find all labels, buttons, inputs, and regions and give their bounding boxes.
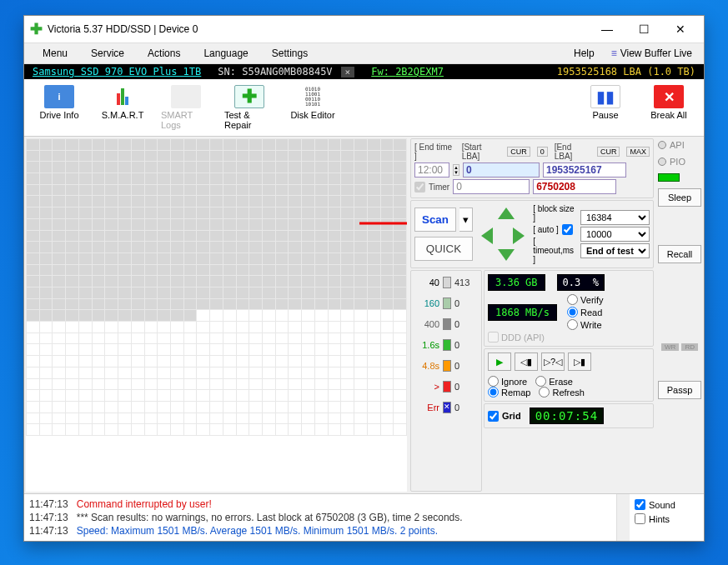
current-block-input[interactable] <box>453 179 530 194</box>
menu-settings[interactable]: Settings <box>260 45 319 62</box>
end-of-test-select[interactable]: End of test <box>580 243 650 258</box>
latency-over-icon <box>443 381 451 392</box>
nav-left[interactable] <box>481 228 493 244</box>
scan-button[interactable]: Scan <box>414 208 456 232</box>
elapsed-timer: 00:07:54 <box>530 408 604 424</box>
end-max-button[interactable]: MAX <box>626 147 650 157</box>
menu-service[interactable]: Service <box>79 45 136 62</box>
latency-160-icon <box>443 298 451 309</box>
latency-err-icon: ✕ <box>443 402 451 413</box>
minimize-button[interactable]: ― <box>589 19 625 39</box>
start-lba-label: [Start LBA] <box>462 142 501 161</box>
seek-button[interactable]: ▷?◁ <box>541 352 565 371</box>
log-scrollbar[interactable] <box>616 494 629 541</box>
end-lba-input[interactable] <box>543 162 626 178</box>
verify-radio[interactable]: Verify <box>567 294 604 305</box>
nav-down[interactable] <box>498 249 515 261</box>
timer-checkbox <box>414 182 425 192</box>
scanned-size: 3.36 GB <box>488 274 545 291</box>
scan-speed: 1868 MB/s <box>488 304 557 321</box>
tab-disk-editor[interactable]: 01010110010011010101 Disk Editor <box>281 82 344 132</box>
end-time-label: [ End time ] <box>414 142 455 161</box>
tab-smart-logs[interactable]: SMART Logs <box>154 82 218 132</box>
end-cur-button[interactable]: CUR <box>597 147 620 157</box>
pending-block-input[interactable] <box>533 179 616 194</box>
toolbar: i Drive Info S.M.A.R.T SMART Logs ✚ Test… <box>24 79 704 137</box>
log-line: 11:47:13Command interrupted by user! <box>29 498 611 511</box>
break-all-button[interactable]: ✕ Break All <box>637 82 700 132</box>
pause-icon: ▮▮ <box>590 85 620 108</box>
start-cur-button[interactable]: CUR <box>507 147 530 157</box>
info-icon: i <box>44 85 74 108</box>
menu-menu[interactable]: Menu <box>31 45 79 62</box>
auto-checkbox[interactable] <box>562 224 573 235</box>
tab-drive-info[interactable]: i Drive Info <box>28 82 91 132</box>
serial-number: SN: S59ANG0MB08845V <box>214 66 335 78</box>
view-buffer-live[interactable]: ≡ View Buffer Live <box>606 45 697 62</box>
pio-radio[interactable]: PIO <box>658 157 701 167</box>
close-button[interactable]: ✕ <box>662 19 699 39</box>
log-line: 11:47:13Speed: Maximum 1501 MB/s. Averag… <box>29 524 611 538</box>
window-title: Victoria 5.37 HDD/SSD | Device 0 <box>48 23 589 35</box>
log-line: 11:47:13*** Scan results: no warnings, n… <box>29 511 611 524</box>
start-lba-input[interactable] <box>463 162 540 178</box>
auto-label: [ auto ] <box>533 225 559 234</box>
side-strip: API PIO Sleep Recall WRRD Passp <box>655 137 704 493</box>
lines-icon: ≡ <box>611 48 617 59</box>
remap-radio[interactable]: Remap <box>488 387 530 398</box>
passp-button[interactable]: Passp <box>658 381 701 399</box>
control-panel: [ End time ] [Start LBA] CUR 0 [End LBA]… <box>409 137 655 493</box>
prev-button[interactable]: ◁▮ <box>515 352 538 371</box>
pause-button[interactable]: ▮▮ Pause <box>574 82 637 132</box>
sound-checkbox[interactable]: Sound <box>635 499 699 510</box>
menu-help[interactable]: Help <box>562 45 606 62</box>
ignore-radio[interactable]: Ignore <box>488 376 527 387</box>
stop-icon: ✕ <box>654 85 684 108</box>
log-panel: 11:47:13Command interrupted by user! 11:… <box>24 493 704 541</box>
logs-icon <box>171 85 201 108</box>
bars-icon <box>108 85 138 108</box>
firmware[interactable]: Fw: 2B2QEXM7 <box>371 66 444 78</box>
write-radio[interactable]: Write <box>567 319 604 330</box>
maximize-button[interactable]: ☐ <box>625 19 662 39</box>
scan-grid <box>26 138 407 492</box>
timeout-select[interactable]: 10000 <box>580 227 650 242</box>
nav-right[interactable] <box>513 228 525 244</box>
timeout-label: [ timeout,ms ] <box>533 237 577 264</box>
menu-actions[interactable]: Actions <box>136 45 192 62</box>
recall-button[interactable]: Recall <box>658 245 701 263</box>
device-name[interactable]: Samsung SSD 970 EVO Plus 1TB <box>28 66 206 78</box>
scan-dropdown[interactable]: ▾ <box>459 208 473 232</box>
wr-led: WR <box>661 343 679 351</box>
app-icon: ✚ <box>29 22 43 36</box>
timer-label: Timer <box>429 182 449 192</box>
tab-smart[interactable]: S.M.A.R.T <box>91 82 154 132</box>
menubar: Menu Service Actions Language Settings H… <box>24 43 704 64</box>
progress-pct: 0.3 % <box>557 274 605 291</box>
grid-checkbox[interactable]: Grid <box>488 411 521 422</box>
erase-radio[interactable]: Erase <box>535 376 573 387</box>
start-zero-button[interactable]: 0 <box>537 147 548 157</box>
refresh-radio[interactable]: Refresh <box>539 387 585 398</box>
close-sn-icon[interactable]: × <box>341 67 355 78</box>
tab-test-repair[interactable]: ✚ Test & Repair <box>218 82 281 132</box>
read-radio[interactable]: Read <box>567 307 604 318</box>
ddd-checkbox[interactable]: DDD (API) <box>488 332 650 342</box>
api-radio[interactable]: API <box>658 140 701 150</box>
latency-400-icon <box>443 318 451 330</box>
app-window: ✚ Victoria 5.37 HDD/SSD | Device 0 ― ☐ ✕… <box>23 15 705 542</box>
binary-icon: 01010110010011010101 <box>298 85 328 108</box>
end-lba-label: [End LBA] <box>555 142 590 161</box>
nav-up[interactable] <box>498 208 515 219</box>
play-button[interactable]: ▶ <box>488 352 511 371</box>
sleep-button[interactable]: Sleep <box>658 188 701 207</box>
menu-language[interactable]: Language <box>192 45 259 62</box>
end-time-input[interactable] <box>414 162 449 178</box>
latency-1600-icon <box>443 339 451 351</box>
rd-led: RD <box>681 343 698 351</box>
quick-button[interactable]: QUICK <box>414 237 473 261</box>
next-button[interactable]: ▷▮ <box>568 352 591 371</box>
block-size-select[interactable]: 16384 <box>580 210 650 225</box>
spinner-icon[interactable]: ▲▼ <box>453 164 459 176</box>
hints-checkbox[interactable]: Hints <box>635 513 699 524</box>
